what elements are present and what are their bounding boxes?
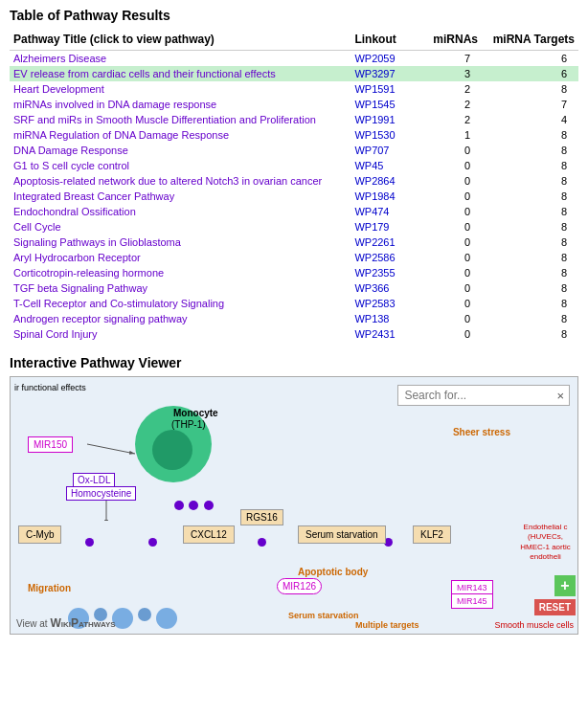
linkout-link[interactable]: WP45 xyxy=(354,160,383,171)
linkout-cell[interactable]: WP1591 xyxy=(351,81,424,97)
pathway-link[interactable]: EV release from cardiac cells and their … xyxy=(13,68,276,79)
pathway-cell[interactable]: Spinal Cord Injury xyxy=(10,326,351,342)
mirnas-cell: 0 xyxy=(425,311,482,326)
linkout-link[interactable]: WP2864 xyxy=(354,175,395,187)
linkout-link[interactable]: WP2586 xyxy=(354,252,395,263)
mirnas-cell: 0 xyxy=(425,158,482,173)
pathway-cell[interactable]: miRNA Regulation of DNA Damage Response xyxy=(10,127,351,143)
pathway-cell[interactable]: Integrated Breast Cancer Pathway xyxy=(10,189,351,204)
monocyte-label: Monocyte xyxy=(173,408,218,418)
table-row: Androgen receptor signaling pathwayWP138… xyxy=(10,311,578,326)
serum1-box[interactable]: Serum starvation xyxy=(298,525,386,544)
linkout-cell[interactable]: WP2059 xyxy=(351,51,424,67)
mir150-box[interactable]: MIR150 xyxy=(28,436,73,453)
cmyb-box[interactable]: C-Myb xyxy=(18,525,61,544)
linkout-cell[interactable]: WP366 xyxy=(351,280,424,296)
smooth-label: Smooth muscle cells xyxy=(494,620,574,630)
pathway-link[interactable]: TGF beta Signaling Pathway xyxy=(13,282,147,294)
cxcl12-box[interactable]: CXCL12 xyxy=(183,525,235,544)
pathway-link[interactable]: Aryl Hydrocarbon Receptor xyxy=(13,252,141,263)
linkout-link[interactable]: WP1530 xyxy=(354,129,395,141)
pathway-link[interactable]: Heart Development xyxy=(13,83,104,95)
linkout-cell[interactable]: WP2355 xyxy=(351,265,424,280)
pathway-cell[interactable]: miRNAs involved in DNA damage response xyxy=(10,97,351,112)
linkout-link[interactable]: WP3297 xyxy=(354,68,395,79)
linkout-link[interactable]: WP366 xyxy=(354,282,389,294)
linkout-link[interactable]: WP474 xyxy=(354,206,389,217)
pathway-link[interactable]: Cell Cycle xyxy=(13,221,61,233)
reset-button[interactable]: RESET xyxy=(534,599,576,615)
pathway-link[interactable]: Spinal Cord Injury xyxy=(13,328,97,340)
linkout-link[interactable]: WP1545 xyxy=(354,99,395,110)
pathway-link[interactable]: Apoptosis-related network due to altered… xyxy=(13,175,322,187)
pathway-link[interactable]: Signaling Pathways in Glioblastoma xyxy=(13,236,181,248)
pathway-cell[interactable]: Aryl Hydrocarbon Receptor xyxy=(10,250,351,265)
pathway-cell[interactable]: Apoptosis-related network due to altered… xyxy=(10,173,351,189)
pathway-cell[interactable]: Cell Cycle xyxy=(10,219,351,235)
pathway-cell[interactable]: Corticotropin-releasing hormone xyxy=(10,265,351,280)
linkout-link[interactable]: WP1991 xyxy=(354,114,395,125)
pathway-cell[interactable]: TGF beta Signaling Pathway xyxy=(10,280,351,296)
klf2-box[interactable]: KLF2 xyxy=(413,525,451,544)
mirnas-cell: 2 xyxy=(425,97,482,112)
linkout-link[interactable]: WP2261 xyxy=(354,236,395,248)
linkout-link[interactable]: WP179 xyxy=(354,221,389,233)
linkout-link[interactable]: WP707 xyxy=(354,145,389,156)
linkout-cell[interactable]: WP2583 xyxy=(351,296,424,311)
linkout-link[interactable]: WP1984 xyxy=(354,190,395,202)
linkout-cell[interactable]: WP1545 xyxy=(351,97,424,112)
mir145-box[interactable]: MIR145 xyxy=(451,593,493,609)
linkout-link[interactable]: WP2059 xyxy=(354,53,395,64)
pathway-cell[interactable]: Androgen receptor signaling pathway xyxy=(10,311,351,326)
pathway-cell[interactable]: G1 to S cell cycle control xyxy=(10,158,351,173)
pathway-link[interactable]: DNA Damage Response xyxy=(13,145,128,156)
linkout-link[interactable]: WP2583 xyxy=(354,298,395,309)
pathway-cell[interactable]: Endochondral Ossification xyxy=(10,204,351,219)
linkout-cell[interactable]: WP2864 xyxy=(351,173,424,189)
pathway-cell[interactable]: Heart Development xyxy=(10,81,351,97)
linkout-cell[interactable]: WP474 xyxy=(351,204,424,219)
pathway-cell[interactable]: Alzheimers Disease xyxy=(10,51,351,67)
table-row: DNA Damage ResponseWP70708 xyxy=(10,143,578,158)
table-row: Endochondral OssificationWP47408 xyxy=(10,204,578,219)
rgs16-box[interactable]: RGS16 xyxy=(240,509,283,525)
pathway-link[interactable]: Integrated Breast Cancer Pathway xyxy=(13,190,174,202)
pathway-link[interactable]: Androgen receptor signaling pathway xyxy=(13,313,188,324)
pathway-cell[interactable]: T-Cell Receptor and Co-stimulatory Signa… xyxy=(10,296,351,311)
linkout-cell[interactable]: WP138 xyxy=(351,311,424,326)
pathway-link[interactable]: Corticotropin-releasing hormone xyxy=(13,267,164,279)
linkout-cell[interactable]: WP1991 xyxy=(351,112,424,127)
pathway-link[interactable]: Alzheimers Disease xyxy=(13,53,106,64)
linkout-link[interactable]: WP138 xyxy=(354,313,389,324)
pathway-link[interactable]: SRF and miRs in Smooth Muscle Differenti… xyxy=(13,114,316,125)
search-bar[interactable]: × xyxy=(397,385,570,406)
search-input[interactable] xyxy=(398,386,552,405)
pathway-link[interactable]: Endochondral Ossification xyxy=(13,206,136,217)
linkout-link[interactable]: WP1591 xyxy=(354,83,395,95)
linkout-link[interactable]: WP2431 xyxy=(354,328,395,340)
pathway-cell[interactable]: EV release from cardiac cells and their … xyxy=(10,66,351,81)
linkout-cell[interactable]: WP3297 xyxy=(351,66,424,81)
linkout-cell[interactable]: WP1984 xyxy=(351,189,424,204)
table-row: Aryl Hydrocarbon ReceptorWP258608 xyxy=(10,250,578,265)
linkout-cell[interactable]: WP45 xyxy=(351,158,424,173)
pathway-link[interactable]: G1 to S cell cycle control xyxy=(13,160,129,171)
pathway-cell[interactable]: SRF and miRs in Smooth Muscle Differenti… xyxy=(10,112,351,127)
linkout-cell[interactable]: WP1530 xyxy=(351,127,424,143)
linkout-cell[interactable]: WP707 xyxy=(351,143,424,158)
pathway-cell[interactable]: Signaling Pathways in Glioblastoma xyxy=(10,235,351,250)
close-search-button[interactable]: × xyxy=(552,387,569,405)
zoom-in-button[interactable]: + xyxy=(554,575,576,596)
mir126-box[interactable]: MIR126 xyxy=(277,578,322,594)
linkout-link[interactable]: WP2355 xyxy=(354,267,395,279)
pathway-link[interactable]: T-Cell Receptor and Co-stimulatory Signa… xyxy=(13,298,224,309)
linkout-cell[interactable]: WP2586 xyxy=(351,250,424,265)
oxldl-box[interactable]: Ox-LDL xyxy=(73,473,115,487)
pathway-cell[interactable]: DNA Damage Response xyxy=(10,143,351,158)
linkout-cell[interactable]: WP179 xyxy=(351,219,424,235)
homocysteine-box[interactable]: Homocysteine xyxy=(66,486,136,501)
linkout-cell[interactable]: WP2261 xyxy=(351,235,424,250)
linkout-cell[interactable]: WP2431 xyxy=(351,326,424,342)
pathway-link[interactable]: miRNA Regulation of DNA Damage Response xyxy=(13,129,229,141)
pathway-link[interactable]: miRNAs involved in DNA damage response xyxy=(13,99,216,110)
